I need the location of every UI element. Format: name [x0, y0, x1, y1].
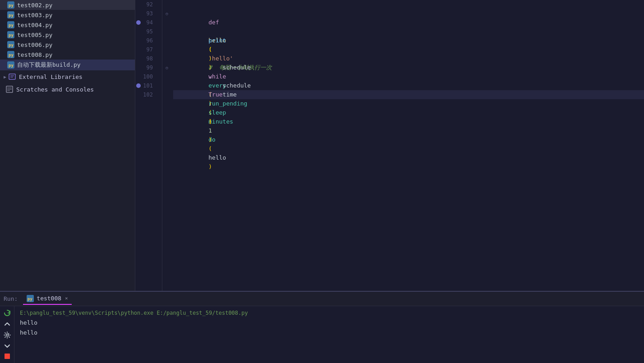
svg-rect-24 [5, 354, 10, 359]
file-name: test005.py [17, 32, 52, 38]
file-item-test005[interactable]: py test005.py [0, 30, 135, 40]
file-item-test002[interactable]: py test002.py [0, 0, 135, 10]
file-item-test008[interactable]: py test008.py [0, 50, 135, 60]
python-icon: py [7, 1, 14, 9]
svg-text:py: py [9, 13, 14, 18]
external-libraries-label: External Libraries [19, 74, 83, 80]
line-num-98: 98 [135, 54, 156, 63]
gutter: ⊖ ⊖ [162, 0, 171, 291]
bottom-panel: Run: py test008 × [0, 291, 644, 363]
svg-text:py: py [28, 297, 32, 301]
run-tab-name: test008 [37, 295, 61, 302]
expand-arrow-icon: ▶ [4, 74, 6, 79]
gutter-96 [162, 36, 171, 45]
sidebar: py test002.py py test003.py py test004.p… [0, 0, 135, 291]
file-name: test006.py [17, 41, 52, 48]
file-item-test004[interactable]: py test004.py [0, 20, 135, 30]
file-item-test006[interactable]: py test006.py [0, 40, 135, 50]
output-command-line: E:\panglu_test_59\venv\Scripts\python.ex… [20, 308, 639, 318]
svg-text:py: py [9, 43, 14, 47]
file-name: 自动下载最新build.py [17, 61, 81, 69]
file-name: test008.py [17, 51, 52, 58]
line-num-99: 99 [135, 63, 156, 72]
code-line-97: # 每隔一小时执行一次 [173, 45, 644, 54]
scratches-icon [5, 85, 14, 93]
scratches-section[interactable]: Scratches and Consoles [0, 83, 135, 96]
line-num-94: 94 [135, 18, 156, 27]
output-line-1: hello [20, 318, 639, 328]
python-icon: py [7, 21, 14, 28]
editor-area: 92 93 94 95 96 97 98 99 100 101 102 ⊖ [135, 0, 644, 291]
file-list: py test002.py py test003.py py test004.p… [0, 0, 135, 70]
svg-text:py: py [9, 63, 14, 68]
line-numbers: 92 93 94 95 96 97 98 99 100 101 102 [135, 0, 162, 291]
up-arrow-icon [4, 321, 11, 328]
code-line-100: schedule . run_pending ( ) [173, 72, 644, 81]
svg-text:py: py [9, 33, 14, 37]
gutter-95 [162, 27, 171, 36]
code-container[interactable]: 92 93 94 95 96 97 98 99 100 101 102 ⊖ [135, 0, 644, 291]
library-icon [8, 73, 16, 81]
run-tabs-bar: Run: py test008 × [0, 292, 644, 306]
svg-text:py: py [9, 23, 14, 28]
gutter-97 [162, 45, 171, 54]
svg-rect-14 [9, 74, 15, 79]
run-tab-python-icon: py [27, 295, 34, 302]
down-arrow-icon [4, 342, 11, 349]
code-line-94: print ( 'hello' ) [173, 18, 644, 27]
file-name: test003.py [17, 12, 52, 18]
fold-icon-99[interactable]: ⊖ [166, 65, 168, 70]
python-icon: py [7, 31, 14, 38]
file-item-autobuild[interactable]: py 自动下载最新build.py [0, 60, 135, 70]
output-line-2: hello [20, 328, 639, 338]
python-icon: py [7, 11, 14, 18]
line-num-92: 92 [135, 0, 156, 9]
gutter-101 [162, 81, 171, 90]
line-num-95: 95 [135, 27, 156, 36]
gutter-92 [162, 0, 171, 9]
settings-button[interactable] [2, 331, 12, 339]
scratches-label: Scratches and Consoles [16, 86, 94, 93]
line-num-97: 97 [135, 45, 156, 54]
main-area: py test002.py py test003.py py test004.p… [0, 0, 644, 291]
rerun-button[interactable] [2, 309, 12, 317]
python-icon: py [7, 51, 14, 58]
run-label: Run: [4, 295, 18, 302]
gutter-102 [162, 90, 171, 99]
gutter-99[interactable]: ⊖ [162, 63, 171, 72]
gutter-94 [162, 18, 171, 27]
file-item-test003[interactable]: py test003.py [0, 10, 135, 20]
run-toolbar [0, 306, 14, 363]
line-num-101: 101 [135, 81, 156, 90]
svg-text:py: py [9, 53, 14, 57]
scroll-down-button[interactable] [2, 342, 12, 349]
code-line-92 [173, 0, 644, 9]
line-num-102: 102 [135, 90, 156, 99]
run-output: E:\panglu_test_59\venv\Scripts\python.ex… [14, 306, 644, 363]
code-line-102 [173, 90, 644, 99]
code-line-95 [173, 27, 644, 36]
run-tab-close-button[interactable]: × [65, 295, 68, 301]
gutter-100 [162, 72, 171, 81]
gutter-98 [162, 54, 171, 63]
scroll-up-button[interactable] [2, 321, 12, 328]
external-libraries-section[interactable]: ▶ External Libraries [0, 70, 135, 83]
file-name: test004.py [17, 22, 52, 28]
file-name: test002.py [17, 2, 52, 9]
code-line-96 [173, 36, 644, 45]
code-content[interactable]: def hello ( ) : print ( 'hello' ) [171, 0, 644, 291]
stop-button[interactable] [2, 353, 12, 359]
line-num-93: 93 [135, 9, 156, 18]
rerun-icon [3, 309, 11, 317]
gutter-93[interactable]: ⊖ [162, 9, 171, 18]
python-icon: py [7, 41, 14, 48]
code-line-93: def hello ( ) : [173, 9, 644, 18]
line-num-100: 100 [135, 72, 156, 81]
code-line-98: schedule . every ( ) . minutes . do ( he… [173, 54, 644, 63]
python-icon: py [7, 61, 14, 69]
gear-icon [4, 331, 11, 339]
run-tab-test008[interactable]: py test008 × [23, 293, 71, 305]
run-content: E:\panglu_test_59\venv\Scripts\python.ex… [0, 306, 644, 363]
stop-icon [4, 353, 10, 359]
fold-icon-93[interactable]: ⊖ [166, 11, 168, 16]
